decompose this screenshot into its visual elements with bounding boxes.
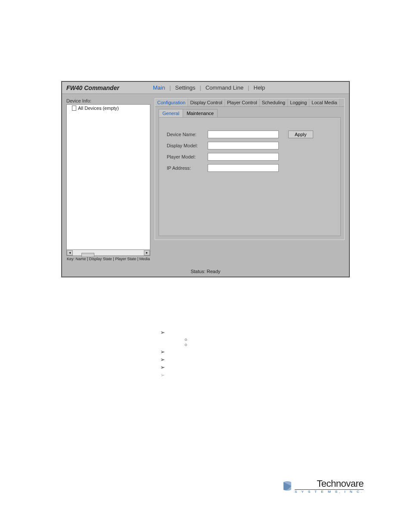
row-display-model: Display Model: xyxy=(167,142,333,149)
input-display-model[interactable] xyxy=(208,142,279,149)
device-tree[interactable]: All Devices (empty) xyxy=(66,104,150,250)
subtab-general[interactable]: General xyxy=(159,109,183,117)
arrow-icon: ➢ xyxy=(160,348,165,355)
menu-separator: | xyxy=(198,84,203,92)
scroll-thumb[interactable] xyxy=(81,253,94,257)
row-player-model: Player Model: xyxy=(167,153,333,161)
menu-bar: Main | Settings | Command Line | Help xyxy=(150,84,268,92)
bullet-item: ➢ xyxy=(160,356,411,363)
bullet-item: ➢ xyxy=(160,329,411,336)
tree-root-label: All Devices (empty) xyxy=(78,106,119,111)
title-bar: FW40 Commander Main | Settings | Command… xyxy=(62,82,349,94)
tab-local-media[interactable]: Local Media xyxy=(309,99,339,106)
horizontal-scrollbar[interactable]: ◄ ► xyxy=(66,250,150,256)
row-device-name: Device Name: Apply xyxy=(167,131,333,138)
tab-display-control[interactable]: Display Control xyxy=(188,99,225,106)
bullet-item: ➢ xyxy=(160,364,411,370)
bullet-item: ➢ xyxy=(160,372,411,378)
menu-separator: | xyxy=(168,84,172,92)
input-ip-address[interactable] xyxy=(208,164,279,172)
circle-bullet: ○ xyxy=(184,337,411,342)
menu-separator: | xyxy=(246,84,251,92)
scroll-right-button[interactable]: ► xyxy=(144,250,150,255)
menu-command-line[interactable]: Command Line xyxy=(203,84,246,92)
label-device-name: Device Name: xyxy=(167,132,203,137)
tab-player-control[interactable]: Player Control xyxy=(225,99,260,106)
form-panel: Device Name: Apply Display Model: Player… xyxy=(159,117,341,236)
status-bar: Status: Ready xyxy=(62,265,349,277)
tree-root-item[interactable]: All Devices (empty) xyxy=(68,106,149,111)
app-title: FW40 Commander xyxy=(66,84,150,91)
menu-help[interactable]: Help xyxy=(251,84,268,92)
tab-configuration[interactable]: Configuration xyxy=(155,99,188,106)
label-ip-address: IP Address: xyxy=(167,165,203,171)
tab-scheduling[interactable]: Scheduling xyxy=(260,99,288,106)
app-window: FW40 Commander Main | Settings | Command… xyxy=(61,81,350,277)
file-icon xyxy=(72,106,76,111)
main-tabs: Configuration Display Control Player Con… xyxy=(155,99,344,107)
input-device-name[interactable] xyxy=(208,131,279,138)
row-ip-address: IP Address: xyxy=(167,164,333,172)
arrow-icon: ➢ xyxy=(160,329,165,336)
tree-key-legend: Key: Name | Display State | Player State… xyxy=(66,257,150,261)
sub-tabs: General Maintenance xyxy=(159,109,344,117)
label-display-model: Display Model: xyxy=(167,143,203,148)
scroll-left-button[interactable]: ◄ xyxy=(67,250,73,255)
input-player-model[interactable] xyxy=(208,153,279,161)
arrow-icon: ➢ xyxy=(160,372,165,378)
left-panel: Device Info: All Devices (empty) ◄ ► Key… xyxy=(66,98,150,261)
menu-settings[interactable]: Settings xyxy=(173,84,198,92)
device-info-label: Device Info: xyxy=(66,98,150,103)
arrow-icon: ➢ xyxy=(160,364,165,370)
bullet-item: ➢ xyxy=(160,348,411,355)
subtab-maintenance[interactable]: Maintenance xyxy=(183,109,218,117)
label-player-model: Player Model: xyxy=(167,154,203,159)
arrow-icon: ➢ xyxy=(160,356,165,363)
main-body: Device Info: All Devices (empty) ◄ ► Key… xyxy=(62,94,349,265)
right-panel: Configuration Display Control Player Con… xyxy=(155,98,345,261)
tab-container: Configuration Display Control Player Con… xyxy=(155,98,345,240)
circle-bullet: ○ xyxy=(184,342,411,347)
menu-main[interactable]: Main xyxy=(150,84,168,92)
bullet-list: ➢ ○ ○ ➢ ➢ ➢ ➢ xyxy=(160,329,411,378)
apply-button[interactable]: Apply xyxy=(288,131,313,138)
tab-logging[interactable]: Logging xyxy=(288,99,309,106)
